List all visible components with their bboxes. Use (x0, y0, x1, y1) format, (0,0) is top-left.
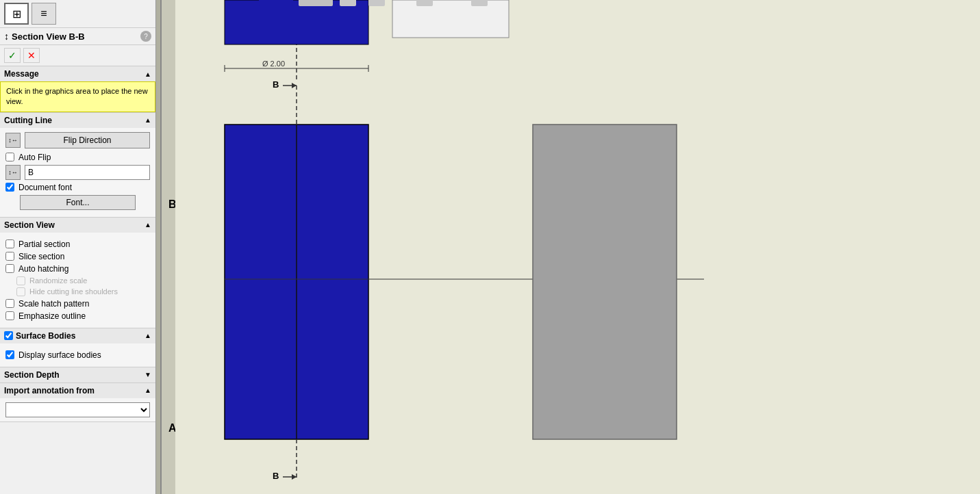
svg-rect-21 (299, 0, 333, 6)
surface-bodies-section: Surface Bodies ▲ Display surface bodies (0, 328, 155, 367)
flip-direction-button[interactable]: Flip Direction (25, 132, 150, 148)
slice-section-checkbox[interactable] (5, 252, 14, 261)
cutting-line-label: Cutting Line (4, 116, 52, 125)
label-a-icon: ↕↔ (5, 165, 21, 180)
flip-direction-icon: ↕↔ (5, 133, 21, 148)
label-input-row: ↕↔ (5, 165, 150, 180)
randomize-scale-checkbox[interactable] (16, 276, 25, 285)
svg-text:B: B (273, 471, 279, 481)
document-font-checkbox[interactable] (5, 183, 14, 192)
drawing-svg: B Ø 2.00 B (156, 0, 980, 494)
partial-section-row: Partial section (5, 239, 150, 249)
grid-view-icon[interactable]: ⊞ (4, 3, 29, 25)
panel-scroll-area: Message ▲ Click in the graphics area to … (0, 66, 155, 494)
drawing-area[interactable]: B A B Ø 2.00 B (156, 0, 980, 494)
surface-bodies-master-checkbox[interactable] (4, 331, 13, 340)
import-annotation-label: Import annotation from (4, 386, 95, 395)
help-icon[interactable]: ? (140, 31, 151, 42)
hide-cutting-line-row: Hide cutting line shoulders (16, 287, 150, 296)
svg-rect-23 (368, 0, 385, 6)
cutting-line-arrow: ▲ (145, 116, 151, 124)
hide-cutting-line-checkbox[interactable] (16, 287, 25, 296)
cutting-line-header[interactable]: Cutting Line ▲ (0, 113, 155, 128)
auto-flip-label: Auto Flip (18, 153, 51, 162)
scale-hatch-checkbox[interactable] (5, 299, 14, 308)
section-depth-section: Section Depth ▼ (0, 367, 155, 383)
font-button[interactable]: Font... (20, 195, 136, 210)
svg-text:Ø 2.00: Ø 2.00 (262, 60, 285, 68)
section-view-section: Section View ▲ Partial section Slice sec… (0, 218, 155, 328)
section-depth-header[interactable]: Section Depth ▼ (0, 367, 155, 382)
randomize-scale-label: Randomize scale (29, 276, 87, 285)
svg-rect-15 (533, 125, 677, 439)
section-depth-arrow: ▼ (145, 371, 151, 378)
auto-hatching-label: Auto hatching (18, 264, 68, 274)
section-view-content: Partial section Slice section Auto hatch… (0, 233, 155, 328)
cutting-line-content: ↕↔ Flip Direction Auto Flip ↕↔ Document … (0, 128, 155, 217)
display-surface-bodies-checkbox[interactable] (5, 350, 14, 359)
section-view-sub-header[interactable]: Section View ▲ (0, 218, 155, 233)
document-font-row: Document font (5, 183, 150, 192)
auto-hatching-row: Auto hatching (5, 264, 150, 274)
slice-section-row: Slice section (5, 252, 150, 261)
emphasize-outline-row: Emphasize outline (5, 311, 150, 321)
ok-button[interactable]: ✓ (4, 48, 21, 63)
auto-hatching-checkbox[interactable] (5, 264, 14, 273)
section-view-arrow: ▲ (145, 221, 151, 229)
svg-rect-25 (471, 0, 488, 6)
list-view-icon[interactable]: ≡ (32, 3, 56, 25)
section-view-header: ↕ Section View B-B ? (0, 28, 155, 45)
scale-hatch-row: Scale hatch pattern (5, 299, 150, 309)
message-section: Message ▲ Click in the graphics area to … (0, 66, 155, 113)
section-view-label: Section View (4, 220, 55, 230)
left-panel: ⊞ ≡ ↕ Section View B-B ? ✓ ✕ Message ▲ C… (0, 0, 156, 494)
surface-bodies-header[interactable]: Surface Bodies ▲ (0, 328, 155, 343)
svg-rect-11 (392, 0, 509, 38)
section-depth-label: Section Depth (4, 370, 60, 380)
randomize-scale-row: Randomize scale (16, 276, 150, 285)
partial-section-label: Partial section (18, 239, 70, 249)
scale-hatch-label: Scale hatch pattern (18, 299, 89, 309)
import-annotation-header[interactable]: Import annotation from ▲ (0, 383, 155, 398)
message-collapse-arrow: ▲ (145, 70, 151, 78)
action-buttons: ✓ ✕ (0, 45, 155, 66)
svg-rect-22 (340, 0, 356, 6)
svg-rect-20 (259, 0, 293, 6)
cutting-line-section: Cutting Line ▲ ↕↔ Flip Direction Auto Fl… (0, 113, 155, 218)
svg-rect-24 (416, 0, 433, 6)
section-label-input[interactable] (25, 165, 150, 180)
surface-bodies-content: Display surface bodies (0, 343, 155, 367)
svg-rect-6 (225, 0, 368, 44)
svg-text:B: B (273, 79, 279, 90)
emphasize-outline-checkbox[interactable] (5, 311, 14, 320)
import-annotation-section: Import annotation from ▲ (0, 383, 155, 422)
display-surface-bodies-label: Display surface bodies (18, 350, 101, 360)
import-annotation-select[interactable] (5, 402, 150, 417)
message-text: Click in the graphics area to place the … (0, 81, 155, 112)
message-label: Message (4, 69, 39, 79)
panel-icon-bar: ⊞ ≡ (0, 0, 155, 28)
partial-section-checkbox[interactable] (5, 239, 14, 248)
hide-cutting-line-label: Hide cutting line shoulders (29, 287, 118, 296)
surface-bodies-arrow: ▲ (145, 332, 151, 339)
cancel-button[interactable]: ✕ (23, 48, 40, 63)
auto-flip-row: Auto Flip (5, 153, 150, 162)
message-header[interactable]: Message ▲ (0, 66, 155, 81)
emphasize-outline-label: Emphasize outline (18, 311, 86, 321)
auto-flip-checkbox[interactable] (5, 153, 14, 161)
import-annotation-arrow: ▲ (145, 387, 151, 394)
panel-title: Section View B-B (12, 31, 85, 42)
document-font-label: Document font (18, 183, 72, 192)
import-annotation-content (0, 398, 155, 421)
display-surface-bodies-row: Display surface bodies (5, 350, 150, 360)
slice-section-label: Slice section (18, 252, 64, 261)
surface-bodies-label: Surface Bodies (16, 331, 75, 341)
